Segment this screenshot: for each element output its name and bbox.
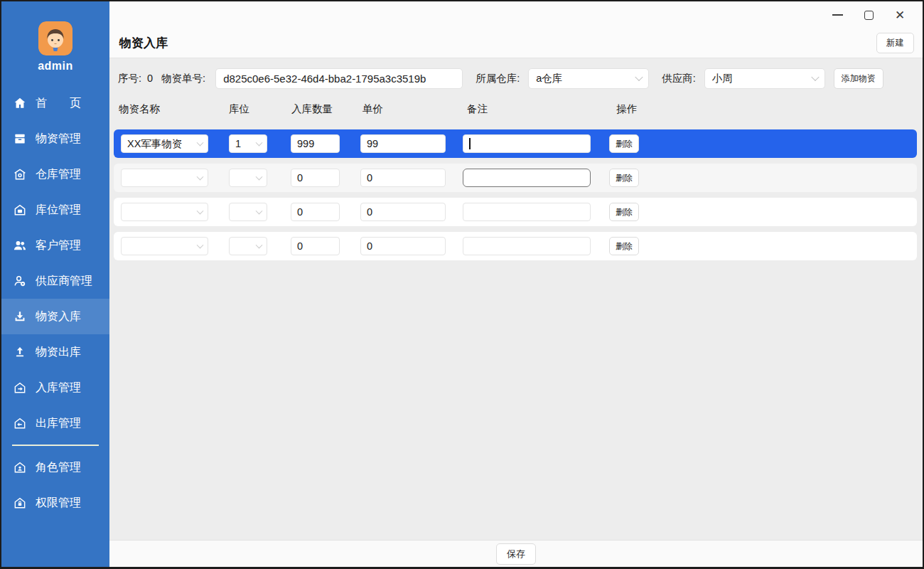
chevron-down-icon [256, 174, 263, 181]
chevron-down-icon [256, 242, 263, 249]
location-select[interactable]: 1 [229, 134, 267, 153]
window-controls: ✕ [822, 6, 915, 24]
sequence-value: 0 [147, 73, 153, 84]
location-select[interactable] [229, 169, 267, 187]
sidebar-item-label: 物资入库 [36, 309, 81, 324]
sidebar-item-label: 入库管理 [36, 381, 81, 395]
sidebar-item-home[interactable]: 首 页 [1, 85, 109, 121]
customers-icon [12, 238, 28, 253]
quantity-input[interactable] [291, 169, 340, 187]
new-button[interactable]: 新建 [876, 33, 914, 53]
material-select[interactable] [121, 203, 208, 221]
sidebar-item-label: 物资出库 [36, 345, 81, 360]
username: admin [38, 60, 73, 73]
column-header-location: 库位 [229, 102, 249, 116]
order-number-label: 物资单号: [161, 72, 205, 85]
quantity-input[interactable] [291, 134, 340, 153]
sidebar-item-suppliers[interactable]: 供应商管理 [1, 263, 109, 299]
sidebar-item-inbound-management[interactable]: 入库管理 [1, 370, 109, 405]
price-input[interactable] [360, 237, 446, 255]
sidebar-item-label: 权限管理 [36, 496, 81, 511]
footer-bar: 保存 [109, 540, 923, 567]
order-number-input[interactable] [215, 68, 463, 89]
price-input[interactable] [360, 169, 446, 187]
remark-input[interactable] [463, 169, 591, 187]
price-input[interactable] [360, 203, 446, 221]
supplier-select[interactable]: 小周 [704, 68, 825, 89]
price-input[interactable] [360, 134, 446, 153]
sidebar-item-label: 出库管理 [36, 416, 81, 431]
main-content: ✕ 物资入库 新建 序号: 0 物资单号: 所属仓库: a仓库 供应商: 小周 … [109, 1, 923, 567]
sidebar-item-label: 库位管理 [36, 203, 81, 218]
maximize-button[interactable] [853, 6, 884, 24]
delete-button[interactable]: 删除 [609, 134, 639, 153]
remark-input[interactable] [463, 203, 591, 221]
delete-button[interactable]: 删除 [609, 203, 639, 221]
sidebar-item-customers[interactable]: 客户管理 [1, 228, 109, 263]
sidebar-item-label: 角色管理 [36, 460, 81, 475]
sidebar-item-role-management[interactable]: 角色管理 [1, 450, 109, 485]
house-out-icon [12, 415, 28, 431]
quantity-input[interactable] [291, 237, 340, 255]
location-select[interactable] [229, 203, 267, 221]
table-header: 物资名称 库位 入库数量 单价 备注 操作 [109, 102, 923, 119]
remark-input[interactable] [463, 134, 591, 153]
table-row[interactable]: 删除 [114, 164, 917, 192]
material-select[interactable] [121, 169, 208, 187]
material-select[interactable]: XX军事物资 [121, 134, 208, 153]
sidebar-divider [12, 445, 99, 446]
remark-input[interactable] [463, 237, 591, 255]
location-select[interactable] [229, 237, 267, 255]
sidebar-item-material-outbound[interactable]: 物资出库 [1, 334, 109, 370]
content-empty-area [109, 266, 923, 540]
delete-button[interactable]: 删除 [609, 169, 639, 187]
chevron-down-icon [256, 139, 263, 147]
material-select[interactable] [121, 237, 208, 255]
delete-button[interactable]: 删除 [609, 237, 639, 255]
quantity-input[interactable] [291, 203, 340, 221]
table-row[interactable]: 删除 [114, 198, 917, 226]
warehouse-label: 所属仓库: [476, 72, 520, 85]
supplier-selected-value: 小周 [712, 72, 733, 85]
sidebar-item-label: 客户管理 [36, 238, 81, 253]
sidebar-item-outbound-management[interactable]: 出库管理 [1, 405, 109, 441]
chevron-down-icon [197, 174, 204, 181]
sidebar-menu: 首 页 物资管理 仓库管理 库位管理 [1, 85, 109, 521]
column-header-action: 操作 [616, 102, 637, 116]
sidebar-item-permission-management[interactable]: 权限管理 [1, 485, 109, 521]
home-icon [12, 95, 28, 111]
maximize-icon [864, 11, 874, 20]
add-material-button[interactable]: 添加物资 [834, 68, 883, 89]
sidebar-item-materials[interactable]: 物资管理 [1, 121, 109, 156]
sidebar-item-label: 首 页 [36, 96, 81, 111]
sidebar-item-material-inbound[interactable]: 物资入库 [1, 299, 109, 334]
app-window: admin 首 页 物资管理 仓库管理 [0, 0, 924, 569]
sidebar-item-warehouse[interactable]: 仓库管理 [1, 156, 109, 192]
column-header-remark: 备注 [467, 102, 488, 116]
chevron-down-icon [197, 139, 204, 147]
close-button[interactable]: ✕ [884, 6, 915, 24]
sidebar-item-storage-location[interactable]: 库位管理 [1, 192, 109, 228]
sidebar-item-label: 仓库管理 [36, 167, 81, 182]
location-selected-value: 1 [235, 138, 241, 149]
order-toolbar: 序号: 0 物资单号: 所属仓库: a仓库 供应商: 小周 添加物资 [109, 67, 923, 90]
text-cursor [469, 138, 471, 149]
material-selected-value: XX军事物资 [127, 137, 182, 151]
chevron-down-icon [197, 242, 204, 249]
user-profile: admin [1, 21, 109, 73]
save-button[interactable]: 保存 [496, 543, 536, 565]
table-row[interactable]: XX军事物资 1 删除 [114, 129, 917, 158]
download-icon [12, 309, 28, 324]
supplier-icon [12, 273, 28, 289]
page-header: ✕ 物资入库 新建 [109, 1, 923, 58]
chevron-down-icon [635, 73, 643, 81]
warehouse-selected-value: a仓库 [536, 72, 562, 85]
column-header-quantity: 入库数量 [291, 102, 333, 116]
warehouse-select[interactable]: a仓库 [528, 68, 649, 89]
sidebar-item-label: 供应商管理 [36, 274, 92, 289]
warehouse-icon [12, 166, 28, 182]
chevron-down-icon [256, 208, 263, 215]
minimize-button[interactable] [822, 6, 853, 24]
table-row[interactable]: 删除 [114, 232, 917, 260]
avatar [38, 21, 72, 55]
